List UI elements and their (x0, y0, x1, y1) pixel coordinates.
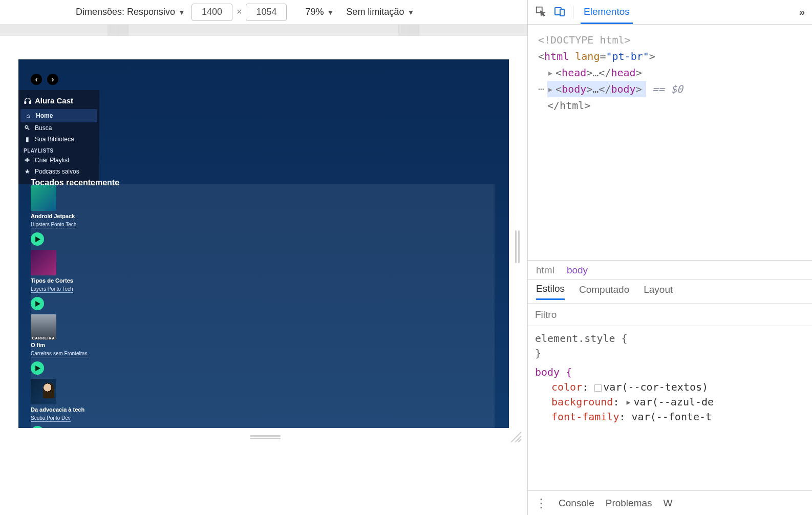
devtools-top-tabs: Elementos » (528, 0, 812, 25)
styles-filter-input[interactable] (528, 304, 812, 326)
viewport-size-inputs: × (191, 4, 287, 21)
brand-text: Alura Cast (35, 96, 73, 105)
devtools-panel: Elementos » <!DOCTYPE html> <html lang="… (527, 0, 812, 515)
bookmark-icon: ▮ (24, 136, 31, 143)
brand: Alura Cast (18, 94, 99, 109)
breadcrumb-html[interactable]: html (536, 265, 554, 276)
expand-toggle-icon[interactable]: ▸ (547, 65, 553, 81)
playlists-heading: PLAYLISTS (18, 145, 99, 155)
selected-line-marker: ⋯ (538, 83, 544, 95)
sidebar-item-home[interactable]: ⌂ Home (20, 109, 97, 122)
doctype-node: <!DOCTYPE html> (538, 34, 631, 46)
podcast-card[interactable]: CARREIRA O fim Carreiras sem Fronteiras (31, 314, 108, 375)
horizontal-resize-handle[interactable] (250, 435, 281, 439)
chevron-down-icon: ▼ (407, 8, 414, 16)
podcast-title: Tipos de Cortes (31, 277, 108, 284)
css-property: font-family (551, 411, 619, 423)
chevron-right-icon: › (52, 75, 54, 83)
responsive-ruler (0, 25, 527, 36)
more-tabs-icon[interactable]: » (799, 6, 805, 18)
drawer-kebab-icon[interactable]: ⋮ (535, 496, 547, 510)
tag-name: head (611, 67, 635, 79)
expand-toggle-icon[interactable]: ▸ (547, 81, 553, 97)
css-value: var(--azul-de (634, 396, 714, 408)
sidebar-item-label: Podcasts salvos (35, 168, 79, 175)
sidebar-item-label: Criar Playlist (35, 157, 69, 164)
drawer-tab-console[interactable]: Console (559, 498, 594, 509)
dollar-zero-hint: == $0 (652, 83, 683, 95)
css-property: color (551, 381, 582, 393)
dimensions-dropdown[interactable]: Dimensões: Responsivo ▼ (76, 7, 185, 17)
styles-filter (528, 303, 812, 326)
tag-name: head (562, 67, 586, 79)
element-style-selector: element.style { (535, 331, 805, 346)
podcast-thumbnail (31, 379, 56, 404)
attr-name: lang (575, 50, 600, 62)
thumbnail-text: CARREIRA (32, 336, 55, 340)
play-icon (35, 301, 40, 307)
inspect-element-icon[interactable] (535, 6, 546, 19)
closing-tag: </html> (547, 99, 590, 112)
forward-button[interactable]: › (47, 74, 58, 85)
podcast-subtitle: Scuba Ponto Dev (31, 415, 71, 422)
vertical-resize-handle[interactable] (515, 230, 521, 263)
css-value: var(--fonte-t (632, 411, 712, 423)
back-button[interactable]: ‹ (31, 74, 42, 85)
attr-value: "pt-br" (606, 50, 649, 62)
tag-name: body (611, 83, 636, 95)
dom-tree[interactable]: <!DOCTYPE html> <html lang="pt-br"> ▸<he… (528, 25, 812, 260)
css-declaration[interactable]: color: var(--cor-textos) (535, 380, 805, 395)
dom-breadcrumb: html body (528, 260, 812, 280)
podcast-card[interactable]: Android Jetpack Hipsters Ponto Tech (31, 185, 108, 246)
sidebar-item-search[interactable]: 🔍︎ Busca (18, 122, 99, 134)
podcast-card[interactable]: Da advocacia à tech Scuba Ponto Dev (31, 379, 108, 428)
play-button[interactable] (31, 426, 44, 428)
plus-square-icon: ✚ (24, 157, 31, 164)
podcast-title: O fim (31, 342, 108, 348)
svg-marker-3 (35, 237, 40, 242)
play-button[interactable] (31, 232, 44, 246)
tab-computed[interactable]: Computado (579, 284, 629, 299)
search-icon: 🔍︎ (24, 124, 31, 132)
drawer-tab-more[interactable]: W (664, 498, 673, 509)
viewport-width-input[interactable] (191, 4, 232, 21)
svg-marker-4 (35, 301, 40, 307)
chevron-down-icon: ▼ (178, 8, 185, 16)
corner-resize-handle[interactable] (508, 429, 522, 443)
viewport-height-input[interactable] (246, 4, 287, 21)
sidebar-item-label: Sua Biblioteca (35, 136, 74, 143)
drawer-tab-problems[interactable]: Problemas (606, 498, 652, 509)
podcast-card[interactable]: Tipos de Cortes Layers Ponto Tech (31, 250, 108, 310)
home-icon: ⌂ (25, 112, 32, 119)
play-icon (35, 237, 40, 242)
color-swatch-icon[interactable] (594, 384, 602, 392)
sidebar-item-library[interactable]: ▮ Sua Biblioteca (18, 134, 99, 145)
podcast-subtitle: Carreiras sem Fronteiras (31, 351, 88, 357)
tab-elements[interactable]: Elementos (581, 0, 633, 24)
expand-shorthand-icon[interactable]: ▸ (626, 396, 632, 408)
device-mode-icon[interactable] (553, 5, 566, 19)
devtools-drawer-tabs: ⋮ Console Problemas W (528, 490, 812, 515)
svg-line-9 (518, 439, 521, 442)
play-button[interactable] (31, 361, 44, 375)
play-icon (35, 366, 40, 371)
throttling-dropdown[interactable]: Sem limitação ▼ (346, 7, 414, 17)
sidebar-item-create-playlist[interactable]: ✚ Criar Playlist (18, 155, 99, 166)
css-selector: body { (535, 366, 572, 378)
breadcrumb-body[interactable]: body (567, 265, 588, 276)
collapsed-ellipsis: … (592, 67, 599, 79)
tag-name: html (544, 50, 569, 62)
selected-dom-node[interactable]: ▸<body>…</body> (547, 81, 646, 97)
play-button[interactable] (31, 297, 44, 310)
css-property: background (551, 396, 613, 408)
css-declaration[interactable]: background: ▸var(--azul-de (535, 395, 805, 410)
zoom-dropdown[interactable]: 79% ▼ (305, 7, 334, 17)
tab-layout[interactable]: Layout (644, 284, 673, 299)
sidebar-item-saved-podcasts[interactable]: ★ Podcasts salvos (18, 166, 99, 177)
tag-name: body (562, 83, 586, 95)
styles-rules[interactable]: element.style { } body { color: var(--co… (528, 326, 812, 490)
tab-styles[interactable]: Estilos (536, 283, 565, 300)
css-declaration[interactable]: font-family: var(--fonte-t (535, 410, 805, 424)
throttling-label: Sem limitação (346, 7, 404, 17)
podcast-thumbnail (31, 185, 56, 211)
